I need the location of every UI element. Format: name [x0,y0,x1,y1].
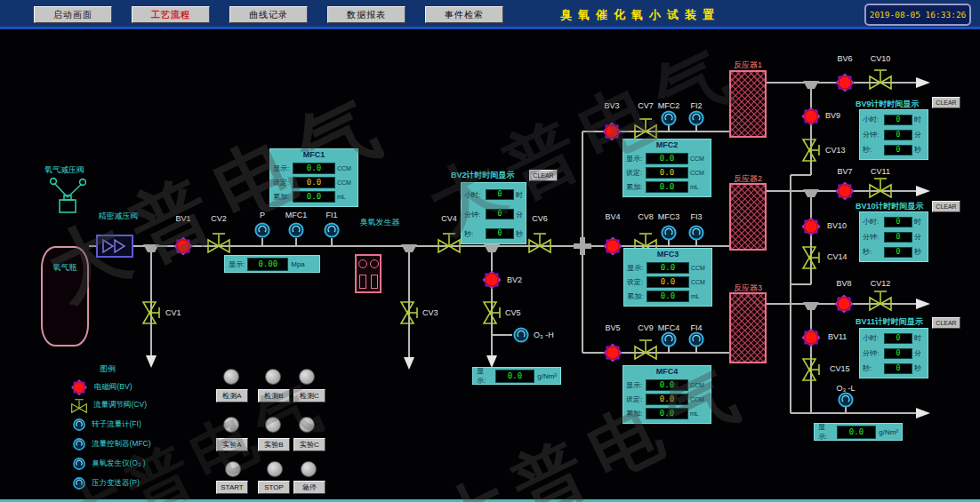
bv11-hours-unit: 时 [914,333,921,343]
legend-ozone-analyzer-label: 臭氧发生仪(O₃ ) [92,458,146,469]
mfc3-instrument-icon [660,224,678,242]
reactor2-label: 反应器2 [734,173,762,185]
cv5-tag: CV5 [505,308,521,317]
bv11-minutes-unit: 分 [914,348,921,358]
bv2-hours-unit: 时 [516,190,523,200]
bv11-timer-title: BV11计时时间显示 [855,316,923,328]
mfc2-display-value: 0.0 [646,153,688,164]
bv11-minutes-label: 分钟: [863,348,882,358]
nav-process-flow-button[interactable]: 工艺流程 [132,6,210,23]
mfc3-set-value[interactable]: 0.0 [647,276,689,288]
emergency-stop-button[interactable]: 急停 [293,481,325,494]
estop-indicator [301,461,317,477]
cv4-tag: CV4 [441,214,457,223]
bv2-valve[interactable] [480,268,503,291]
mfc3-set-unit: CCM [691,279,705,285]
detect-a-button[interactable]: 检测A [216,389,248,402]
bv10-hours-unit: 时 [914,217,921,227]
detect-c-indicator [299,369,315,385]
bv10-hours-value: 0 [884,217,912,227]
bv2-timer-panel: 小时:0时 分钟:0分 秒:0秒 [461,182,526,244]
cv12-tag: CV12 [871,279,891,288]
mfc1-total-value: 0.0 [293,191,335,203]
bv9-timer-clear-button[interactable]: CLEAR [932,97,960,108]
bv10-timer-panel: 小时:0时 分钟:0分 秒:0秒 [859,211,928,262]
cv9-tag: CV9 [638,323,654,332]
detect-c-button[interactable]: 检测C [293,389,325,402]
mfc1-display-unit: CCM [337,165,351,171]
cv11-tag: CV11 [871,167,890,176]
bv10-timer-clear-button[interactable]: CLEAR [932,201,960,212]
bv3-valve[interactable] [600,120,623,143]
start-button[interactable]: START [216,481,248,494]
o3-high-display-unit: g/Nm³ [537,372,557,380]
bv9-seconds-value: 0 [884,145,912,155]
mfc4-panel-title: MFC4 [626,367,708,378]
mfc4-set-value[interactable]: 0.0 [646,394,688,405]
mfc2-set-value[interactable]: 0.0 [646,167,688,179]
bv2-timer-clear-button[interactable]: CLEAR [529,170,558,181]
bv7-tag: BV7 [837,167,852,176]
cv2-valve [206,230,231,253]
pressure-display-label: 显示: [229,259,245,269]
bv10-seconds-unit: 秒 [914,247,921,257]
stop-button[interactable]: STOP [258,481,290,494]
cv10-valve [868,67,893,90]
detect-b-button[interactable]: 检测B [258,389,290,402]
bv10-minutes-unit: 分 [914,232,921,242]
cv7-tag: CV7 [638,101,654,110]
cv4-valve [437,230,462,253]
bv2-minutes-label: 分钟: [464,210,484,219]
cv6-tag: CV6 [532,214,548,223]
experiment-b-indicator [265,417,281,433]
bv11-valve[interactable] [799,326,823,349]
cv3-tag: CV3 [422,308,438,317]
bv11-timer-clear-button[interactable]: CLEAR [932,317,960,329]
experiment-b-button[interactable]: 实验B [258,438,290,451]
rotameter-icon [72,418,86,432]
o3-high-display-label: 显示: [477,366,493,386]
cv15-tag: CV15 [830,364,850,373]
fi2-tag: FI2 [690,101,702,110]
cv12-valve [868,288,893,311]
pressure-display-unit: Mpa [291,260,305,268]
nav-data-report-button[interactable]: 数据报表 [327,6,406,23]
ozone-generator-label: 臭氧发生器 [360,217,400,228]
mfc1-set-value[interactable]: 0.0 [293,177,335,188]
pressure-display: 显示: 0.00 Mpa [224,255,320,273]
reactor1-label: 反应器1 [734,60,762,71]
bv6-valve[interactable] [833,71,856,94]
nav-startup-screen-button[interactable]: 启动画面 [34,6,112,23]
bv5-valve[interactable] [601,341,624,364]
oxygen-regulator-icon [46,174,89,217]
mfc1-set-label: 设定: [273,178,291,187]
legend-flow-controller-label: 流量控制器(MFC) [92,439,151,450]
pressure-transmitter-icon [253,221,271,239]
cv6-valve [527,230,552,253]
bv2-hours-label: 小时: [464,190,484,200]
datetime-display: 2019-08-05 16:33:26 [864,4,971,26]
experiment-a-button[interactable]: 实验A [216,438,248,451]
mfc3-total-label: 累加: [627,291,645,301]
experiment-c-button[interactable]: 实验C [293,438,325,451]
bv9-valve[interactable] [799,105,823,128]
nav-curve-record-button[interactable]: 曲线记录 [229,6,308,23]
bv9-seconds-unit: 秒 [914,145,921,155]
bv10-minutes-value: 0 [884,232,912,243]
ozone-generator [355,254,382,293]
mfc2-display-unit: CCM [690,155,704,162]
cv15-valve [800,357,823,382]
mfc1-panel: MFC1 显示:0.0CCM 设定:0.0CCM 累加:0.0mL [269,148,358,207]
mfc4-instrument-icon [660,331,678,348]
fi1-tag: FI1 [325,211,337,219]
mfc3-display-unit: CCM [691,265,705,271]
bv8-valve[interactable] [832,292,855,315]
mfc4-display-unit: CCM [690,382,704,388]
bv1-valve[interactable] [172,235,195,258]
bv9-seconds-label: 秒: [863,145,882,155]
bv10-valve[interactable] [799,215,823,238]
ozone-analyzer-icon [72,457,86,471]
bv4-valve[interactable] [601,235,624,258]
nav-event-search-button[interactable]: 事件检索 [425,6,503,23]
bv7-valve[interactable] [833,179,856,203]
